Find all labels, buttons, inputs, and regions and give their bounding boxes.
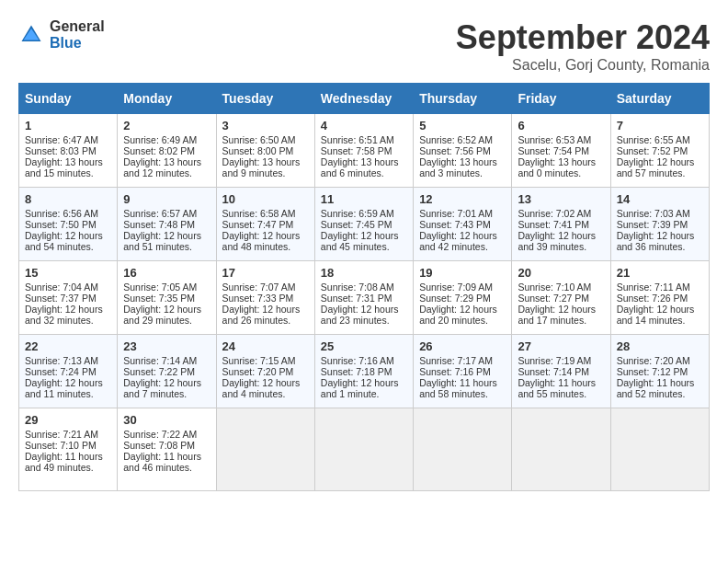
daylight-text: Daylight: 11 hours and 58 minutes. [419,377,497,399]
calendar-cell [414,408,512,491]
calendar-week-row: 15 Sunrise: 7:04 AM Sunset: 7:37 PM Dayl… [19,261,710,335]
calendar-cell: 22 Sunrise: 7:13 AM Sunset: 7:24 PM Dayl… [19,335,118,408]
calendar-header-wednesday: Wednesday [314,84,413,114]
calendar-cell: 9 Sunrise: 6:57 AM Sunset: 7:48 PM Dayli… [118,188,216,261]
sunrise-text: Sunrise: 7:11 AM [617,282,690,293]
sunrise-text: Sunrise: 7:08 AM [321,282,394,293]
sunrise-text: Sunrise: 7:15 AM [222,355,296,366]
sunrise-text: Sunrise: 7:21 AM [25,429,98,440]
calendar-cell: 30 Sunrise: 7:22 AM Sunset: 7:08 PM Dayl… [118,408,216,491]
sunset-text: Sunset: 7:31 PM [321,293,392,304]
daylight-text: Daylight: 12 hours and 51 minutes. [123,230,201,252]
sunrise-text: Sunrise: 7:16 AM [321,355,394,366]
sunset-text: Sunset: 8:00 PM [222,145,294,156]
calendar-cell: 18 Sunrise: 7:08 AM Sunset: 7:31 PM Dayl… [314,261,413,335]
calendar-cell: 20 Sunrise: 7:10 AM Sunset: 7:27 PM Dayl… [512,261,610,335]
sunset-text: Sunset: 7:41 PM [518,219,589,230]
calendar-cell: 21 Sunrise: 7:11 AM Sunset: 7:26 PM Dayl… [610,261,709,335]
day-number: 14 [617,192,703,206]
day-number: 17 [222,266,309,280]
calendar-cell: 26 Sunrise: 7:17 AM Sunset: 7:16 PM Dayl… [414,335,512,408]
calendar-cell [314,408,413,491]
daylight-text: Daylight: 12 hours and 20 minutes. [419,304,497,326]
sunrise-text: Sunrise: 7:03 AM [617,208,690,219]
daylight-text: Daylight: 12 hours and 7 minutes. [123,377,201,399]
daylight-text: Daylight: 12 hours and 54 minutes. [25,230,103,252]
sunset-text: Sunset: 7:56 PM [419,145,491,156]
daylight-text: Daylight: 12 hours and 14 minutes. [617,304,695,326]
sunset-text: Sunset: 7:37 PM [25,293,97,304]
sunrise-text: Sunrise: 6:57 AM [123,208,197,219]
sunset-text: Sunset: 7:54 PM [518,145,589,156]
day-number: 10 [222,192,309,206]
calendar-cell: 14 Sunrise: 7:03 AM Sunset: 7:39 PM Dayl… [610,188,709,261]
sunrise-text: Sunrise: 7:09 AM [419,282,493,293]
sunset-text: Sunset: 7:18 PM [321,366,392,377]
calendar-cell: 2 Sunrise: 6:49 AM Sunset: 8:02 PM Dayli… [118,114,216,188]
day-number: 29 [25,413,111,427]
logo-general-text: General [50,18,105,35]
sunrise-text: Sunrise: 6:53 AM [518,134,591,145]
calendar-header-friday: Friday [512,84,610,114]
sunrise-text: Sunrise: 6:59 AM [321,208,394,219]
day-number: 4 [321,119,407,132]
sunrise-text: Sunrise: 6:55 AM [617,134,690,145]
sunset-text: Sunset: 7:35 PM [123,293,195,304]
sunset-text: Sunset: 7:14 PM [518,366,589,377]
logo-icon [18,22,44,48]
day-number: 22 [25,339,111,353]
sunset-text: Sunset: 7:48 PM [123,219,195,230]
day-number: 1 [25,119,111,132]
daylight-text: Daylight: 12 hours and 36 minutes. [617,230,695,252]
day-number: 5 [419,119,506,132]
calendar-cell: 12 Sunrise: 7:01 AM Sunset: 7:43 PM Dayl… [414,188,512,261]
calendar-cell: 23 Sunrise: 7:14 AM Sunset: 7:22 PM Dayl… [118,335,216,408]
calendar-header-sunday: Sunday [19,84,118,114]
day-number: 15 [25,266,111,280]
sunset-text: Sunset: 7:22 PM [123,366,195,377]
sunrise-text: Sunrise: 7:05 AM [123,282,197,293]
daylight-text: Daylight: 12 hours and 32 minutes. [25,304,103,326]
day-number: 3 [222,119,309,132]
title-section: September 2024 Sacelu, Gorj County, Roma… [456,18,710,74]
calendar-cell: 13 Sunrise: 7:02 AM Sunset: 7:41 PM Dayl… [512,188,610,261]
sunrise-text: Sunrise: 6:50 AM [222,134,296,145]
day-number: 16 [123,266,210,280]
daylight-text: Daylight: 13 hours and 12 minutes. [123,156,201,178]
sunrise-text: Sunrise: 7:10 AM [518,282,591,293]
logo-blue-text: Blue [50,35,105,52]
day-number: 8 [25,192,111,206]
sunset-text: Sunset: 7:26 PM [617,293,688,304]
sunset-text: Sunset: 7:16 PM [419,366,491,377]
day-number: 24 [222,339,309,353]
sunrise-text: Sunrise: 7:17 AM [419,355,493,366]
day-number: 21 [617,266,703,280]
day-number: 2 [123,119,210,132]
daylight-text: Daylight: 13 hours and 3 minutes. [419,156,497,178]
calendar-cell: 24 Sunrise: 7:15 AM Sunset: 7:20 PM Dayl… [216,335,314,408]
calendar-cell: 11 Sunrise: 6:59 AM Sunset: 7:45 PM Dayl… [314,188,413,261]
day-number: 12 [419,192,506,206]
day-number: 13 [518,192,604,206]
calendar-cell: 10 Sunrise: 6:58 AM Sunset: 7:47 PM Dayl… [216,188,314,261]
sunset-text: Sunset: 7:58 PM [321,145,392,156]
daylight-text: Daylight: 12 hours and 42 minutes. [419,230,497,252]
calendar-week-row: 8 Sunrise: 6:56 AM Sunset: 7:50 PM Dayli… [19,188,710,261]
sunset-text: Sunset: 8:03 PM [25,145,97,156]
sunrise-text: Sunrise: 7:20 AM [617,355,690,366]
sunrise-text: Sunrise: 7:04 AM [25,282,98,293]
day-number: 11 [321,192,407,206]
day-number: 30 [123,413,210,427]
daylight-text: Daylight: 12 hours and 48 minutes. [222,230,301,252]
daylight-text: Daylight: 13 hours and 6 minutes. [321,156,399,178]
sunset-text: Sunset: 7:43 PM [419,219,491,230]
sunset-text: Sunset: 7:39 PM [617,219,688,230]
calendar-header-thursday: Thursday [414,84,512,114]
calendar-cell: 4 Sunrise: 6:51 AM Sunset: 7:58 PM Dayli… [314,114,413,188]
sunset-text: Sunset: 7:47 PM [222,219,294,230]
sunrise-text: Sunrise: 7:19 AM [518,355,591,366]
calendar-header-saturday: Saturday [610,84,709,114]
sunrise-text: Sunrise: 6:58 AM [222,208,296,219]
day-number: 20 [518,266,604,280]
daylight-text: Daylight: 12 hours and 17 minutes. [518,304,596,326]
